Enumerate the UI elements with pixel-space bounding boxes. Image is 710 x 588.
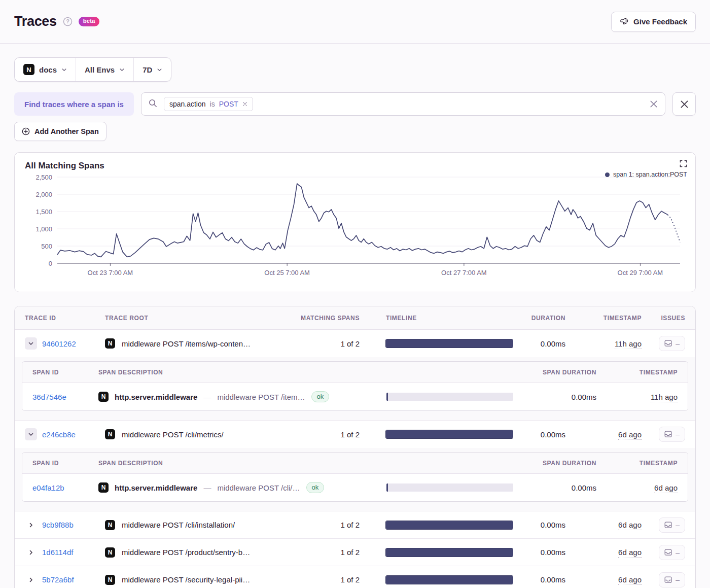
trace-id-link[interactable]: 9cb9f88b bbox=[42, 521, 74, 529]
nextjs-project-icon: N bbox=[23, 64, 34, 75]
svg-text:Oct 23 7:00 AM: Oct 23 7:00 AM bbox=[88, 269, 133, 276]
filter-token[interactable]: span.action is POST bbox=[164, 97, 253, 111]
trace-timeline-bar[interactable] bbox=[386, 430, 513, 438]
issues-button[interactable]: – bbox=[659, 572, 685, 587]
trace-timestamp[interactable]: 6d ago bbox=[618, 548, 642, 558]
issues-count: – bbox=[676, 576, 680, 584]
trace-id-link[interactable]: 94601262 bbox=[42, 339, 76, 348]
trace-timeline-bar[interactable] bbox=[386, 576, 513, 584]
svg-text:500: 500 bbox=[41, 243, 52, 250]
span-timeline-bar[interactable] bbox=[386, 483, 513, 492]
nextjs-project-icon: N bbox=[98, 482, 109, 493]
trace-timeline-bar[interactable] bbox=[386, 339, 513, 348]
trace-root-text: middleware POST /cli/installation/ bbox=[122, 521, 235, 529]
trace-timestamp[interactable]: 6d ago bbox=[618, 521, 642, 530]
environment-selector[interactable]: All Envs bbox=[76, 58, 133, 81]
plus-circle-icon bbox=[22, 127, 30, 135]
close-icon bbox=[680, 100, 689, 109]
trace-timestamp[interactable]: 6d ago bbox=[618, 430, 642, 440]
expand-row-chevron[interactable] bbox=[25, 519, 37, 531]
col-span-duration: Span Duration bbox=[520, 460, 596, 467]
matching-spans-count: 1 of 2 bbox=[276, 430, 378, 439]
svg-text:2,000: 2,000 bbox=[36, 191, 52, 198]
col-timestamp: Timestamp bbox=[565, 315, 642, 322]
col-issues: Issues bbox=[642, 315, 685, 322]
issues-button[interactable]: – bbox=[659, 427, 685, 442]
chart-legend-item[interactable]: span 1: span.action:POST bbox=[605, 171, 687, 178]
trace-row[interactable]: 9cb9f88b N middleware POST /cli/installa… bbox=[15, 511, 695, 538]
collapse-row-chevron[interactable] bbox=[25, 428, 37, 440]
expanded-trace-group: 94601262 N middleware POST /items/wp-con… bbox=[15, 330, 695, 420]
span-search-row: Find traces where a span is span.action … bbox=[14, 92, 696, 116]
trace-id-link[interactable]: 5b72a6bf bbox=[42, 575, 74, 584]
token-value[interactable]: POST bbox=[219, 100, 238, 108]
give-feedback-button[interactable]: Give Feedback bbox=[611, 12, 696, 32]
token-key: span.action bbox=[169, 100, 206, 108]
expand-row-chevron[interactable] bbox=[25, 574, 37, 586]
add-another-span-button[interactable]: Add Another Span bbox=[14, 122, 106, 141]
span-table-header-row: Span ID Span Description Span Duration T… bbox=[22, 453, 688, 474]
trace-duration: 0.00ms bbox=[520, 339, 565, 348]
col-trace-root: Trace Root bbox=[105, 315, 276, 322]
nextjs-project-icon: N bbox=[105, 547, 115, 558]
trace-duration: 0.00ms bbox=[520, 548, 565, 557]
matching-spans-count: 1 of 2 bbox=[276, 339, 378, 348]
issues-inbox-icon bbox=[664, 576, 672, 583]
issues-count: – bbox=[676, 430, 680, 438]
span-id-link[interactable]: 36d7546e bbox=[32, 393, 98, 401]
project-selector[interactable]: N docs bbox=[15, 58, 76, 81]
series-color-dot bbox=[605, 172, 610, 177]
issues-count: – bbox=[676, 548, 680, 557]
trace-id-link[interactable]: e246cb8e bbox=[42, 430, 76, 439]
span-search-input[interactable]: span.action is POST bbox=[141, 92, 665, 116]
trace-row[interactable]: e246cb8e N middleware POST /cli/metrics/… bbox=[15, 421, 695, 448]
remove-token-icon[interactable] bbox=[242, 101, 247, 107]
expanded-span-panel: Span ID Span Description Span Duration T… bbox=[15, 448, 695, 511]
svg-text:1,500: 1,500 bbox=[36, 208, 52, 216]
help-icon[interactable]: ? bbox=[63, 17, 73, 26]
spans-line-chart[interactable]: 05001,0001,5002,0002,500Oct 23 7:00 AMOc… bbox=[25, 172, 684, 285]
trace-timeline-bar[interactable] bbox=[386, 548, 513, 557]
span-operation: http.server.middleware bbox=[115, 483, 197, 492]
issues-button[interactable]: – bbox=[659, 336, 685, 351]
expand-row-chevron[interactable] bbox=[25, 546, 37, 559]
collapse-row-chevron[interactable] bbox=[25, 337, 37, 350]
nextjs-project-icon: N bbox=[105, 520, 115, 530]
fullscreen-icon[interactable] bbox=[680, 160, 687, 167]
expanded-trace-group: e246cb8e N middleware POST /cli/metrics/… bbox=[15, 420, 695, 511]
issues-inbox-icon bbox=[664, 522, 672, 529]
span-row[interactable]: e04fa12b N http.server.middleware — midd… bbox=[22, 474, 688, 501]
remove-span-query-button[interactable] bbox=[672, 92, 696, 116]
trace-row[interactable]: 94601262 N middleware POST /items/wp-con… bbox=[15, 330, 695, 357]
issues-count: – bbox=[676, 521, 680, 529]
trace-row[interactable]: 1d6114df N middleware POST /product/sent… bbox=[15, 538, 695, 566]
trace-timestamp[interactable]: 6d ago bbox=[618, 575, 642, 585]
token-operator[interactable]: is bbox=[210, 100, 215, 108]
span-timeline-bar[interactable] bbox=[386, 393, 513, 401]
chevron-down-icon bbox=[61, 67, 67, 73]
date-range-selector[interactable]: 7D bbox=[133, 58, 171, 81]
col-duration: Duration bbox=[520, 315, 565, 322]
trace-timeline-bar[interactable] bbox=[386, 521, 513, 529]
megaphone-icon bbox=[620, 17, 629, 27]
span-description-text: middleware POST /item… bbox=[217, 393, 305, 401]
issues-button[interactable]: – bbox=[659, 545, 685, 560]
span-timestamp[interactable]: 6d ago bbox=[654, 483, 678, 493]
trace-id-link[interactable]: 1d6114df bbox=[42, 548, 73, 557]
issues-button[interactable]: – bbox=[659, 517, 685, 533]
matching-spans-count: 1 of 2 bbox=[276, 521, 378, 529]
span-timestamp[interactable]: 11h ago bbox=[651, 393, 678, 402]
trace-row[interactable]: 5b72a6bf N middleware POST /security-leg… bbox=[15, 566, 695, 588]
span-status-badge: ok bbox=[306, 482, 325, 493]
trace-duration: 0.00ms bbox=[520, 521, 565, 529]
page-title: Traces bbox=[14, 14, 57, 29]
span-row[interactable]: 36d7546e N http.server.middleware — midd… bbox=[22, 383, 688, 410]
span-filter-label: Find traces where a span is bbox=[14, 92, 134, 116]
chart-card: All Matching Spans span 1: span.action:P… bbox=[14, 152, 696, 292]
issues-inbox-icon bbox=[664, 549, 672, 556]
span-id-link[interactable]: e04fa12b bbox=[32, 483, 98, 492]
clear-search-icon[interactable] bbox=[650, 100, 658, 108]
nextjs-project-icon: N bbox=[105, 575, 115, 585]
trace-timestamp[interactable]: 11h ago bbox=[615, 339, 642, 349]
span-table-header-row: Span ID Span Description Span Duration T… bbox=[22, 362, 688, 383]
